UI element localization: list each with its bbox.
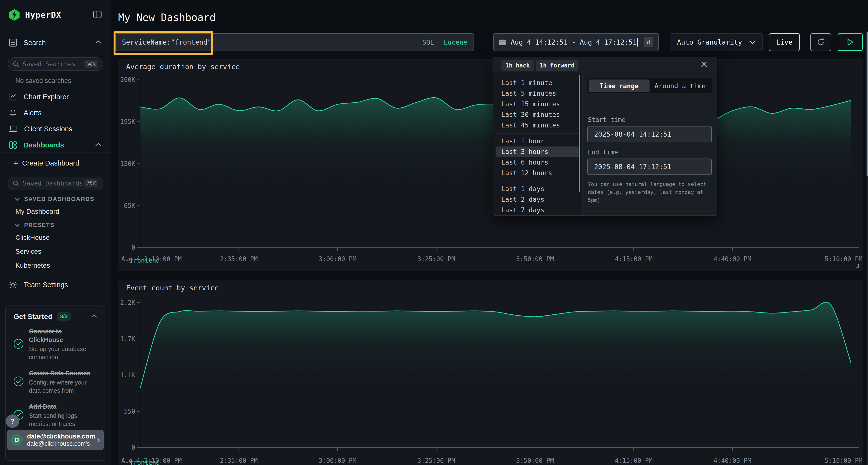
chart-legend[interactable]: — frontend — [123, 459, 160, 465]
quick-range-option[interactable]: Last 1 minute — [496, 77, 579, 88]
sidebar-item-chart-explorer[interactable]: Chart Explorer — [0, 90, 111, 104]
svg-text:4:40:00 PM: 4:40:00 PM — [713, 255, 751, 263]
saved-searches-input[interactable]: Saved Searches ⌘K — [8, 57, 103, 71]
quick-range-option[interactable]: Last 15 minutes — [496, 99, 579, 109]
chart-panel-avg-duration[interactable]: Average duration by service 065K130K195K… — [118, 59, 863, 271]
get-started-item[interactable]: Add DataStart sending logs, metrics, or … — [6, 399, 105, 432]
get-started-header[interactable]: Get Started 3/3 — [6, 306, 105, 323]
sidebar-search-label: Search — [24, 39, 46, 47]
svg-text:2.2K: 2.2K — [120, 299, 135, 306]
quick-range-option[interactable]: Last 45 minutes — [496, 120, 579, 131]
start-time-input[interactable]: 2025-08-04 14:12:51 — [587, 126, 712, 142]
run-query-button[interactable] — [838, 33, 863, 51]
chevron-up-icon[interactable] — [91, 314, 97, 319]
shift-1h-back-button[interactable]: 1h back — [501, 60, 534, 71]
hyperdx-logo-icon — [9, 9, 20, 21]
live-button[interactable]: Live — [769, 33, 800, 51]
chevron-up-icon[interactable] — [95, 40, 102, 45]
svg-text:3:00:00 PM: 3:00:00 PM — [319, 457, 356, 464]
quick-range-option[interactable]: Last 14 days — [496, 215, 579, 216]
chart-panel-event-count[interactable]: Event count by service 05501.1K1.7K2.2KA… — [118, 280, 863, 465]
svg-text:1.1K: 1.1K — [120, 371, 135, 379]
user-email: dale@clickhouse.com — [27, 433, 95, 440]
scrollbar-thumb[interactable] — [579, 75, 580, 192]
get-started-item-desc: Configure where your data comes from — [29, 378, 93, 395]
quick-range-option[interactable]: Last 12 hours — [496, 168, 579, 178]
svg-text:4:40:00 PM: 4:40:00 PM — [713, 457, 751, 464]
chevron-up-icon[interactable] — [95, 142, 102, 148]
svg-text:195K: 195K — [120, 118, 135, 125]
sidebar-item-preset-kubernetes[interactable]: Kubernetes — [16, 262, 50, 269]
legend-label: frontend — [130, 257, 160, 264]
chart-legend[interactable]: — frontend — [123, 257, 160, 264]
end-time-input[interactable]: 2025-08-04 17:12:51 — [587, 159, 712, 175]
no-saved-searches-text: No saved searches — [16, 77, 71, 85]
chevron-down-icon — [14, 197, 20, 201]
chart-title: Average duration by service — [126, 63, 240, 71]
granularity-select[interactable]: Auto Granularity — [670, 33, 763, 51]
calendar-icon — [499, 38, 506, 46]
quick-range-option[interactable]: Last 1 days — [496, 184, 579, 194]
svg-text:3:00:00 PM: 3:00:00 PM — [319, 255, 356, 263]
legend-swatch: — — [123, 257, 127, 264]
create-dashboard-button[interactable]: + Create Dashboard — [13, 159, 79, 167]
saved-dashboards-input[interactable]: Saved Dashboards ⌘K — [8, 176, 103, 190]
resize-handle-icon[interactable] — [855, 263, 859, 269]
page-scrollbar[interactable] — [867, 31, 868, 465]
tab-around-a-time[interactable]: Around a time — [650, 79, 711, 92]
tab-time-range[interactable]: Time range — [589, 79, 650, 92]
kbd-hint-d: d — [644, 37, 653, 47]
close-icon[interactable] — [701, 61, 708, 69]
text-caret — [637, 38, 638, 46]
mode-separator: | — [437, 38, 441, 46]
plus-icon: + — [13, 159, 18, 167]
sidebar-item-alerts[interactable]: Alerts — [0, 106, 111, 120]
user-menu[interactable]: D dale@clickhouse.com dale@clickhouse.co… — [7, 430, 104, 450]
search-query-input[interactable]: ServiceName:"frontend" SQL|Lucene — [115, 33, 474, 51]
time-range-input[interactable]: Aug 4 14:12:51 - Aug 4 17:12:51 d — [493, 33, 659, 51]
get-started-item-text: Connect to ClickHouseSet up your databas… — [29, 327, 93, 361]
chevron-right-icon: › — [97, 435, 100, 445]
quick-range-option[interactable]: Last 1 hour — [496, 136, 579, 146]
get-started-item[interactable]: Connect to ClickHouseSet up your databas… — [6, 323, 105, 365]
quick-range-option[interactable]: Last 2 days — [496, 194, 579, 205]
quick-range-list: Last 1 minuteLast 5 minutesLast 15 minut… — [493, 73, 582, 216]
main-content: My New Dashboard ServiceName:"frontend" … — [112, 0, 868, 465]
gear-icon — [9, 280, 18, 289]
get-started-item[interactable]: Create Data SourcesConfigure where your … — [6, 365, 105, 399]
svg-text:2:35:00 PM: 2:35:00 PM — [220, 255, 258, 263]
quick-range-option[interactable]: Last 3 hours — [496, 146, 579, 157]
sidebar-item-label: Client Sessions — [24, 125, 72, 133]
presets-section-header[interactable]: PRESETS — [14, 222, 55, 228]
range-mode-tabs: Time range Around a time — [587, 78, 712, 93]
sidebar-item-preset-services[interactable]: Services — [16, 248, 50, 255]
saved-dashboards-placeholder: Saved Dashboards — [23, 180, 84, 187]
kbd-hint: ⌘K — [84, 60, 98, 68]
sidebar-item-search[interactable]: Search — [0, 36, 111, 50]
quick-range-option[interactable]: Last 5 minutes — [496, 88, 579, 99]
help-button[interactable]: ? — [6, 414, 19, 428]
svg-text:260K: 260K — [120, 76, 135, 84]
sidebar-item-my-dashboard[interactable]: My Dashboard — [16, 208, 59, 215]
saved-searches-placeholder: Saved Searches — [23, 61, 84, 68]
collapse-sidebar-icon[interactable] — [93, 10, 102, 19]
quick-range-option[interactable]: Last 6 hours — [496, 157, 579, 168]
sidebar-item-preset-clickhouse[interactable]: ClickHouse — [16, 234, 50, 241]
get-started-item-title: Create Data Sources — [29, 369, 93, 377]
time-range-value: Aug 4 14:12:51 - Aug 4 17:12:51 — [511, 38, 637, 46]
team-settings-label: Team Settings — [24, 281, 68, 289]
lucene-mode-toggle[interactable]: Lucene — [444, 38, 467, 46]
svg-text:0: 0 — [131, 244, 135, 251]
refresh-button[interactable] — [810, 33, 831, 51]
quick-range-option[interactable]: Last 7 days — [496, 205, 579, 215]
svg-text:65K: 65K — [124, 202, 135, 209]
shift-1h-forward-button[interactable]: 1h forward — [536, 60, 579, 71]
avatar: D — [11, 434, 23, 446]
sidebar-item-team-settings[interactable]: Team Settings — [0, 278, 111, 291]
sidebar-item-dashboards[interactable]: Dashboards — [0, 138, 111, 153]
sql-mode-toggle[interactable]: SQL — [422, 38, 434, 46]
quick-range-option[interactable]: Last 30 minutes — [496, 109, 579, 120]
saved-dashboards-section-header[interactable]: SAVED DASHBOARDS — [14, 196, 94, 202]
sidebar-item-label: Dashboards — [24, 141, 64, 149]
sidebar-item-client-sessions[interactable]: Client Sessions — [0, 122, 111, 136]
